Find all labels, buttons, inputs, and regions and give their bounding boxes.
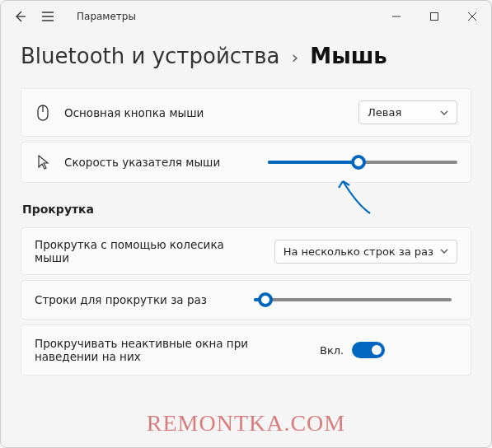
pointer-speed-label: Скорость указателя мыши [64, 156, 255, 169]
primary-button-label: Основная кнопка мыши [64, 106, 345, 119]
settings-window: Параметры Bluetooth и устройства › Мышь … [0, 0, 492, 448]
primary-button-select[interactable]: Левая [358, 100, 457, 124]
pointer-speed-row: Скорость указателя мыши [21, 142, 471, 183]
breadcrumb: Bluetooth и устройства › Мышь [21, 44, 471, 68]
slider-thumb[interactable] [258, 292, 273, 307]
slider-track [254, 298, 452, 301]
primary-button-value: Левая [368, 106, 401, 119]
mouse-icon [35, 105, 51, 121]
chevron-down-icon [440, 249, 448, 254]
wheel-scroll-select[interactable]: На несколько строк за раз [274, 240, 457, 264]
pointer-speed-slider[interactable] [268, 155, 458, 170]
menu-button[interactable] [40, 9, 55, 24]
breadcrumb-separator: › [291, 47, 298, 68]
inactive-scroll-state: Вкл. [320, 344, 344, 357]
inactive-scroll-row: Прокручивать неактивные окна при наведен… [21, 324, 471, 376]
minimize-icon [392, 12, 401, 21]
back-button[interactable] [12, 9, 27, 24]
arrow-left-icon [13, 10, 26, 23]
titlebar: Параметры [1, 1, 491, 32]
wheel-scroll-label: Прокрутка с помощью колесика мыши [35, 238, 261, 264]
lines-scroll-label: Строки для прокрутки за раз [35, 293, 241, 306]
close-button[interactable] [453, 1, 491, 32]
primary-button-row: Основная кнопка мыши Левая [21, 88, 471, 137]
app-title: Параметры [77, 11, 136, 22]
lines-scroll-slider[interactable] [254, 292, 452, 307]
lines-scroll-row: Строки для прокрутки за раз [21, 280, 471, 320]
minimize-button[interactable] [377, 1, 415, 32]
hamburger-icon [41, 11, 54, 22]
wheel-scroll-value: На несколько строк за раз [283, 245, 433, 258]
inactive-scroll-toggle[interactable] [352, 342, 385, 358]
maximize-button[interactable] [415, 1, 453, 32]
breadcrumb-parent[interactable]: Bluetooth и устройства [21, 44, 279, 68]
maximize-icon [430, 12, 438, 21]
slider-thumb[interactable] [351, 155, 366, 170]
inactive-scroll-label: Прокручивать неактивные окна при наведен… [35, 337, 307, 363]
window-controls [377, 1, 491, 32]
wheel-scroll-row: Прокрутка с помощью колесика мыши На нес… [21, 227, 471, 275]
content: Bluetooth и устройства › Мышь Основная к… [1, 32, 491, 447]
close-icon [468, 12, 476, 21]
cursor-icon [35, 154, 51, 170]
slider-fill [268, 161, 359, 164]
chevron-down-icon [440, 110, 448, 115]
svg-rect-0 [431, 13, 438, 21]
section-scroll-title: Прокрутка [22, 203, 471, 216]
breadcrumb-current: Мышь [310, 44, 387, 68]
